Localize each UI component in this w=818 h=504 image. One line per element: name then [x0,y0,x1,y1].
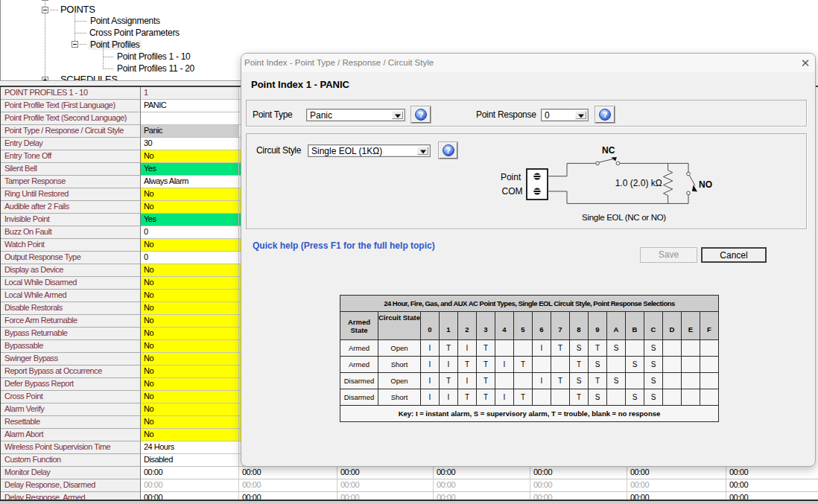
svg-text:NC: NC [602,145,615,156]
svg-text:Single EOL (NC or NO): Single EOL (NC or NO) [582,213,666,222]
svg-text:Point: Point [501,172,521,182]
svg-text:NO: NO [699,179,712,190]
svg-text:1.0 (2.0) kΩ: 1.0 (2.0) kΩ [615,178,662,188]
svg-text:COM: COM [502,186,523,197]
